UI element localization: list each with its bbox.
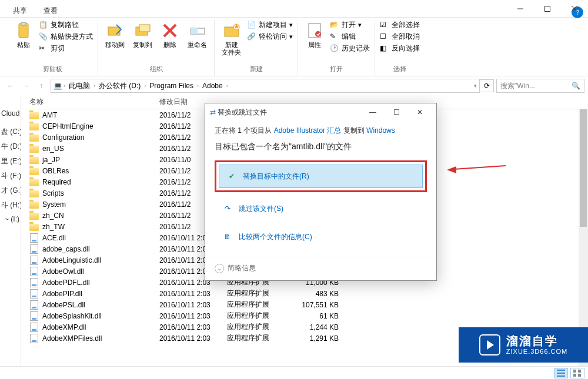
clipboard-icon [14,21,33,40]
dialog-minimize-button[interactable]: — [361,104,385,120]
delete-button[interactable]: 删除 [158,20,182,50]
file-name: ACE.dll [42,234,66,242]
file-name: AMT [42,111,57,119]
dialog-maximize-button[interactable]: ☐ [385,104,408,120]
sidebar-item[interactable]: 才 (G:) [0,183,21,198]
minimize-button[interactable] [507,0,534,18]
select-none-icon: ☐ [380,32,389,42]
copy-to-button[interactable]: 复制到 [131,20,155,50]
invert-selection-button[interactable]: ◧反向选择 [380,43,420,53]
easy-access-button[interactable]: 🔗轻松访问 ▾ [247,32,293,42]
sidebar-item[interactable] [0,120,21,125]
breadcrumb[interactable]: 💻 › 此电脑› 办公软件 (D:)› Program Files› Adobe… [51,79,480,93]
file-row[interactable]: AdobeSplashKit.dll2016/10/11 2:03应用程序扩展6… [21,310,588,321]
folder-icon [29,211,39,220]
sidebar-item[interactable]: Cloud [0,107,21,120]
folder-icon [29,166,39,176]
option-skip[interactable]: ↷ 跳过该文件(S) [215,197,427,220]
search-icon: 🔍 [572,82,580,90]
dll-file-icon [29,334,39,343]
close-button[interactable] [561,0,588,18]
folder-icon [29,110,39,120]
back-button[interactable]: ← [4,79,18,93]
history-button[interactable]: 🕑历史记录 [330,43,370,53]
sidebar-item[interactable]: 盘 (C:) [0,125,21,139]
option-compare[interactable]: 🗎 比较两个文件的信息(C) [215,225,427,249]
search-input[interactable]: 搜索"Win... 🔍 [496,79,584,93]
copy-path-button[interactable]: 📋复制路径 [39,20,93,30]
file-type: 应用程序扩展 [227,322,292,332]
properties-button[interactable]: 属性 [303,20,326,50]
dialog-title-text: 替换或跳过文件 [218,108,267,118]
tab-view[interactable]: 查看 [41,5,60,17]
new-folder-icon: ★ [222,21,241,40]
watermark-logo: 溜溜自学 ZIXUE.3D66.COM [459,327,588,363]
sidebar-item[interactable]: 斗 (F:) [0,169,21,183]
maximize-button[interactable] [534,0,561,18]
crumb-0[interactable]: 此电脑 [66,81,92,91]
folder-copy-icon [133,21,152,40]
svg-rect-12 [191,28,198,34]
select-all-icon: ☑ [380,21,389,30]
edit-icon: ✎ [330,32,339,42]
file-row[interactable]: AdobePSL.dll2016/10/11 2:03应用程序扩展107,551… [21,299,588,310]
open-button[interactable]: 📂打开 ▾ [330,20,370,30]
dll-file-icon [29,278,39,287]
paste-button[interactable]: 粘贴 [12,20,35,50]
folder-icon [29,122,39,131]
file-type: 应用程序扩展 [227,289,292,298]
dll-file-icon [29,311,39,321]
new-folder-button[interactable]: ★新建 文件夹 [219,20,243,58]
option-replace[interactable]: ✔ 替换目标中的文件(R) [219,165,423,188]
file-name: AdobePDFL.dll [42,279,90,287]
file-size: 61 KB [292,312,345,320]
column-name[interactable]: 名称 [21,97,159,107]
rename-button[interactable]: 重命名 [185,20,209,50]
sidebar[interactable]: Cloud盘 (C:)牛 (D:)里 (E:)斗 (F:)才 (G:)斗 (H:… [0,95,21,368]
file-name: zh_CN [42,212,64,220]
file-name: AdobeXMP.dll [42,323,86,331]
paste-shortcut-button[interactable]: 📎粘贴快捷方式 [39,32,93,42]
pc-icon: 💻 [54,82,62,90]
file-row[interactable]: AdobePIP.dll2016/10/11 2:03应用程序扩展483 KB [21,288,588,299]
open-icon: 📂 [330,21,339,30]
history-dropdown[interactable]: ▾ [474,83,477,89]
file-name: ja_JP [42,156,60,164]
expand-details-button[interactable]: ⌄ [215,264,224,273]
select-all-button[interactable]: ☑全部选择 [380,20,420,30]
select-none-button[interactable]: ☐全部取消 [380,32,420,42]
crumb-3[interactable]: Adobe [200,82,225,90]
file-name: adobe_caps.dll [42,245,90,253]
crumb-2[interactable]: Program Files [147,82,196,90]
file-name: AdobeXMPFiles.dll [42,334,102,343]
folder-icon [29,155,39,165]
view-icons-button[interactable] [570,368,584,378]
sidebar-item[interactable]: 斗 (H:) [0,198,21,213]
cut-button[interactable]: ✂剪切 [39,43,93,53]
dialog-close-button[interactable]: ✕ [408,104,432,120]
file-name: en_US [42,145,64,153]
sidebar-item[interactable]: 里 (E:) [0,154,21,169]
compare-icon: 🗎 [222,232,233,242]
edit-button[interactable]: ✎编辑 [330,32,370,42]
svg-text:★: ★ [233,22,239,31]
up-button[interactable]: ↑ [34,79,48,93]
folder-icon [29,144,39,153]
file-name: AdobeSplashKit.dll [42,312,102,320]
forward-button[interactable]: → [19,79,33,93]
sidebar-item[interactable]: 牛 (D:) [0,139,21,154]
invert-icon: ◧ [380,44,389,53]
crumb-1[interactable]: 办公软件 (D:) [96,81,143,91]
file-name: CEPHtmlEngine [42,122,93,130]
svg-rect-25 [573,374,576,377]
tab-share[interactable]: 共享 [11,5,29,17]
sidebar-item[interactable]: ~ (I:) [0,213,21,226]
dll-file-icon [29,289,39,298]
dialog-footer-label: 简略信息 [228,263,256,273]
new-item-button[interactable]: 📄新建项目 ▾ [247,20,293,30]
view-details-button[interactable] [554,368,568,378]
dll-file-icon [29,300,39,310]
file-type: 应用程序扩展 [227,300,292,310]
move-to-button[interactable]: 移动到 [103,20,127,50]
refresh-button[interactable]: ⟳ [480,79,494,92]
